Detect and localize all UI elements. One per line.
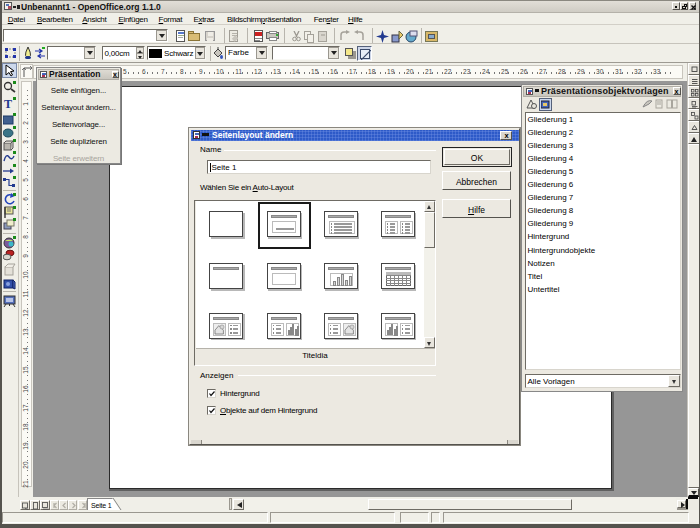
svg-text:T: T — [4, 97, 12, 110]
